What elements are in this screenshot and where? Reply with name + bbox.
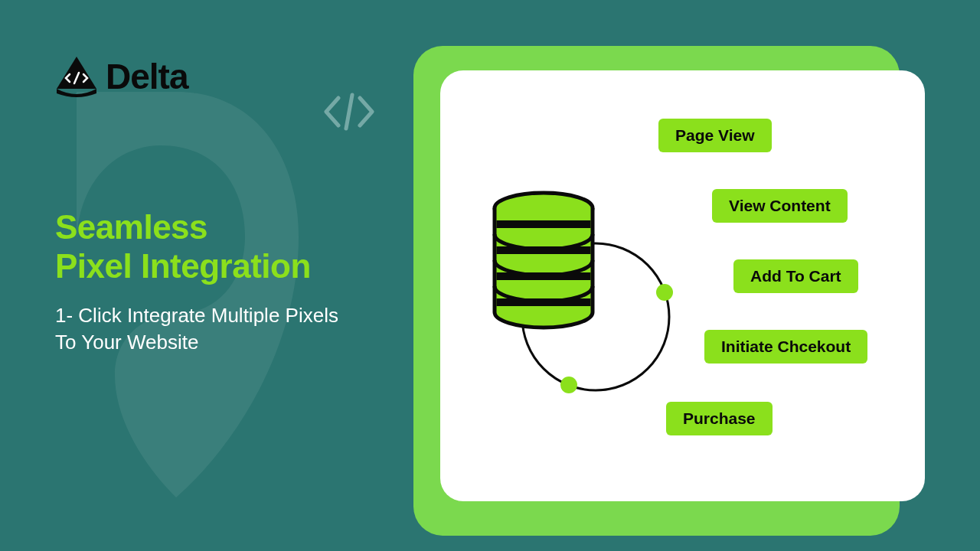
- event-chip-page-view: Page View: [658, 119, 772, 152]
- database-orbit-illustration: [467, 190, 689, 404]
- svg-rect-6: [497, 220, 591, 228]
- svg-line-1: [346, 95, 352, 129]
- brand-logo: Delta: [52, 55, 188, 98]
- subhead-line-2: To Your Website: [55, 329, 338, 356]
- subheadline: 1- Click Integrate Multiple Pixels To Yo…: [55, 302, 338, 356]
- delta-watermark-icon: [23, 84, 329, 513]
- svg-rect-7: [497, 246, 591, 254]
- svg-point-4: [560, 377, 577, 393]
- database-icon: [495, 193, 593, 328]
- event-chip-initiate-checkout: Initiate Chcekout: [704, 330, 867, 364]
- svg-rect-9: [497, 298, 591, 306]
- headline-line-1: Seamless: [55, 208, 311, 247]
- subhead-line-1: 1- Click Integrate Multiple Pixels: [55, 302, 338, 329]
- headline-line-2: Pixel Integration: [55, 247, 311, 286]
- code-brackets-icon: [322, 90, 377, 133]
- pixel-event-list: Page View View Content Add To Cart Initi…: [658, 119, 911, 478]
- event-chip-add-to-cart: Add To Cart: [733, 259, 858, 293]
- event-chip-view-content: View Content: [712, 189, 848, 223]
- event-chip-purchase: Purchase: [666, 402, 773, 435]
- delta-logo-icon: [52, 55, 101, 98]
- svg-rect-8: [497, 272, 591, 280]
- headline: Seamless Pixel Integration: [55, 208, 311, 285]
- brand-name: Delta: [106, 56, 188, 97]
